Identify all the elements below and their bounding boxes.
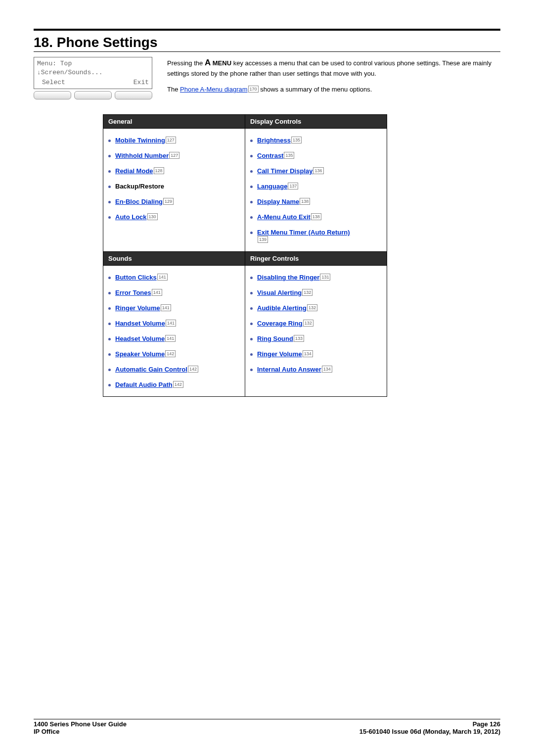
th-display: Display Controls (245, 115, 387, 129)
page-ref: 132 (307, 304, 317, 311)
page-ref: 135 (291, 137, 302, 143)
link-audible-alerting[interactable]: Audible Alerting (257, 304, 307, 312)
page-top-rule (34, 29, 500, 31)
link-display-name[interactable]: Display Name (257, 198, 299, 205)
page-ref: 141 (166, 320, 176, 327)
link-automatic-gain-control[interactable]: Automatic Gain Control (115, 366, 187, 373)
page-ref: 141 (161, 304, 171, 311)
list-item: Automatic Gain Control142 (108, 362, 240, 377)
list-item: Speaker Volume142 (108, 346, 240, 362)
list-item: En-Bloc Dialing129 (108, 194, 240, 209)
link-auto-lock[interactable]: Auto Lock (115, 213, 147, 221)
phone-line2: ↓Screen/Sounds... (37, 68, 149, 77)
page-ref: 136 (313, 167, 323, 174)
page-ref: 141 (165, 335, 176, 342)
list-item: Headset Volume141 (108, 331, 240, 346)
link-headset-volume[interactable]: Headset Volume (115, 335, 165, 342)
link-ringer-volume[interactable]: Ringer Volume (257, 350, 302, 358)
link-ring-sound[interactable]: Ring Sound (257, 335, 293, 342)
link-visual-alerting[interactable]: Visual Alerting (257, 289, 302, 296)
list-item: Ringer Volume141 (108, 300, 240, 316)
link-coverage-ring[interactable]: Coverage Ring (257, 320, 303, 327)
list-item: Disabling the Ringer131 (250, 270, 382, 285)
page-ref: 132 (303, 320, 313, 327)
page-ref: 127 (166, 137, 176, 143)
page-ref: 128 (154, 167, 164, 174)
list-item: A-Menu Auto Exit138 (250, 209, 382, 225)
list-item: Visual Alerting132 (250, 285, 382, 300)
intro-para1-pre: Pressing the (167, 59, 205, 67)
page-ref: 134 (303, 350, 313, 357)
link-call-timer-display[interactable]: Call Timer Display (257, 167, 312, 175)
plain-item-label: Backup/Restore (115, 183, 164, 190)
link-internal-auto-answer[interactable]: Internal Auto Answer (257, 366, 321, 373)
link-ringer-volume[interactable]: Ringer Volume (115, 304, 160, 312)
list-item: Ringer Volume134 (250, 346, 382, 362)
a-key-icon: A (205, 58, 211, 67)
list-item: Exit Menu Timer (Auto Return)139 (250, 225, 382, 247)
footer-right2: 15-601040 Issue 06d (Monday, March 19, 2… (359, 728, 500, 735)
footer-left1: 1400 Series Phone User Guide (34, 720, 127, 728)
list-item: Error Tones141 (108, 285, 240, 300)
page-ref: 142 (188, 366, 198, 373)
list-item: Default Audio Path142 (108, 377, 240, 392)
phone-softkey2 (74, 91, 112, 99)
link-handset-volume[interactable]: Handset Volume (115, 320, 165, 327)
link-default-audio-path[interactable]: Default Audio Path (115, 381, 173, 388)
list-item: Backup/Restore (108, 179, 240, 194)
list-item: Audible Alerting132 (250, 300, 382, 316)
link-brightness[interactable]: Brightness (257, 137, 291, 144)
phone-softkey3 (115, 91, 152, 99)
page-ref: 137 (288, 183, 298, 189)
intro-para2-pre: The (167, 86, 180, 93)
link-en-bloc-dialing[interactable]: En-Bloc Dialing (115, 198, 163, 205)
phone-softkey1 (34, 91, 71, 99)
list-item: Ring Sound133 (250, 331, 382, 346)
page-ref: 141 (157, 274, 168, 281)
th-ringer: Ringer Controls (245, 252, 387, 266)
th-sounds: Sounds (103, 252, 245, 266)
list-item: Call Timer Display136 (250, 163, 382, 179)
link-withhold-number[interactable]: Withhold Number (115, 152, 169, 159)
page-ref: 142 (173, 381, 183, 388)
title-rule (34, 51, 500, 52)
settings-table: General Display Controls Mobile Twinning… (103, 114, 387, 397)
page-ref: 134 (322, 366, 332, 373)
page-ref: 130 (147, 213, 158, 220)
link-button-clicks[interactable]: Button Clicks (115, 274, 157, 281)
link-speaker-volume[interactable]: Speaker Volume (115, 350, 165, 358)
list-item: Internal Auto Answer134 (250, 362, 382, 377)
link-exit-menu-timer-auto-return[interactable]: Exit Menu Timer (Auto Return) (257, 229, 350, 236)
page-footer: 1400 Series Phone User Guide Page 126 IP… (34, 719, 500, 735)
link-a-menu-auto-exit[interactable]: A-Menu Auto Exit (257, 213, 311, 221)
phone-softkey-left-label: Select (42, 78, 65, 87)
list-item: Withhold Number127 (108, 148, 240, 163)
list-item: Button Clicks141 (108, 270, 240, 285)
phone-softkey-right-label: Exit (134, 78, 149, 87)
list-item: Brightness135 (250, 133, 382, 148)
page-ref: 127 (169, 152, 179, 159)
link-error-tones[interactable]: Error Tones (115, 289, 151, 296)
list-item: Mobile Twinning127 (108, 133, 240, 148)
list-item: Display Name138 (250, 194, 382, 209)
list-item: Handset Volume141 (108, 316, 240, 331)
list-item: Language137 (250, 179, 382, 194)
menu-key-label: MENU (213, 59, 231, 67)
page-ref: 138 (300, 198, 310, 205)
page-ref: 141 (152, 289, 162, 296)
intro-para2-post: shows a summary of the menu options. (260, 86, 372, 93)
page-ref: 133 (294, 335, 304, 342)
page-ref: 142 (165, 350, 176, 357)
page-ref: 135 (284, 152, 294, 159)
th-general: General (103, 115, 245, 129)
link-redial-mode[interactable]: Redial Mode (115, 167, 153, 175)
link-contrast[interactable]: Contrast (257, 152, 283, 159)
phone-screen-graphic: Menu: Top ↓Screen/Sounds... Select Exit (34, 57, 152, 101)
link-mobile-twinning[interactable]: Mobile Twinning (115, 137, 165, 144)
link-language[interactable]: Language (257, 183, 287, 190)
a-menu-diagram-link[interactable]: Phone A-Menu diagram (180, 86, 248, 93)
intro-text: Pressing the A MENU key accesses a menu … (167, 57, 500, 101)
a-menu-diagram-ref: 170 (248, 86, 259, 93)
link-disabling-the-ringer[interactable]: Disabling the Ringer (257, 274, 319, 281)
footer-right1: Page 126 (473, 720, 500, 728)
